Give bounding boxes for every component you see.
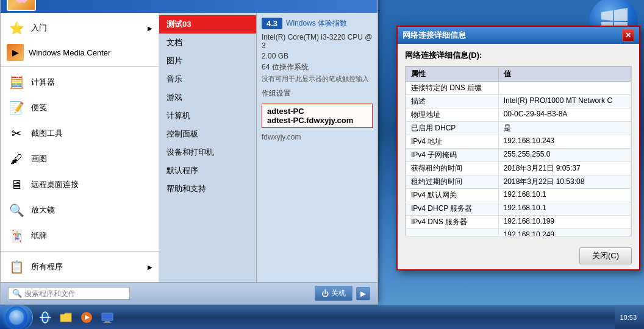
solitaire-label: 纸牌 bbox=[31, 230, 47, 241]
note-label: 便笺 bbox=[31, 102, 47, 113]
value-cell: 192.168.10.249 bbox=[498, 229, 631, 237]
value-cell: 255.255.255.0 bbox=[498, 149, 631, 162]
shutdown-button[interactable]: ⏻ 关机 bbox=[315, 286, 352, 301]
middle-item-devices[interactable]: 设备和打印机 bbox=[159, 143, 256, 161]
menu-item-calc[interactable]: 🧮 计算器 bbox=[1, 69, 159, 95]
rdp-label: 远程桌面连接 bbox=[31, 179, 79, 190]
value-cell: 192.168.10.1 bbox=[498, 202, 631, 216]
desktop: 🌸 ⭐ 入门 ▶ ▶ Windows Media Center bbox=[0, 0, 644, 329]
middle-item-pic[interactable]: 图片 bbox=[159, 52, 256, 70]
menu-item-magnifier[interactable]: 🔍 放大镜 bbox=[1, 197, 159, 223]
menu-item-note[interactable]: 📝 便笺 bbox=[1, 95, 159, 121]
col-property: 属性 bbox=[406, 67, 499, 82]
table-row: IPv4 地址192.168.10.243 bbox=[406, 135, 631, 149]
solitaire-icon: 🃏 bbox=[7, 226, 26, 246]
property-cell: IPv4 DNS 服务器 bbox=[406, 216, 499, 229]
dialog-subtitle: 网络连接详细信息(D): bbox=[405, 50, 632, 61]
property-cell: IPv4 DHCP 服务器 bbox=[406, 202, 499, 216]
start-menu-panel: 4.3 Windows 体验指数 Intel(R) Core(TM) i3-32… bbox=[257, 13, 377, 282]
middle-item-user[interactable]: 测试03 bbox=[159, 15, 256, 34]
col-value: 值 bbox=[498, 67, 631, 82]
shutdown-arrow-button[interactable]: ▶ bbox=[356, 287, 370, 300]
wmc-icon: ▶ bbox=[7, 44, 24, 61]
cpu-info: Intel(R) Core(TM) i3-3220 CPU @ 3 bbox=[262, 33, 373, 50]
property-cell: IPv4 子网掩码 bbox=[406, 149, 499, 162]
table-row: 获得租约的时间2018年3月21日 9:05:37 bbox=[406, 162, 631, 175]
taskbar-right: 10:53 bbox=[615, 305, 644, 329]
middle-item-games[interactable]: 游戏 bbox=[159, 88, 256, 107]
dialog-titlebar: 网络连接详细信息 ✕ bbox=[398, 27, 639, 44]
taskbar-folder[interactable] bbox=[56, 308, 76, 327]
search-bar[interactable]: 🔍 bbox=[8, 287, 130, 300]
value-cell: 2018年3月21日 9:05:37 bbox=[498, 162, 631, 175]
svg-rect-8 bbox=[102, 313, 113, 320]
dialog-title: 网络连接详细信息 bbox=[402, 30, 466, 41]
games-label: 游戏 bbox=[166, 92, 182, 103]
network-dialog: 网络连接详细信息 ✕ 网络连接详细信息(D): 属性 值 连接特定的 DNS 后… bbox=[396, 26, 640, 271]
arrow-icon: ▶ bbox=[148, 25, 152, 32]
table-row: IPv4 子网掩码255.255.255.0 bbox=[406, 149, 631, 162]
start-menu-bottom: 🔍 ⏻ 关机 ▶ bbox=[1, 282, 377, 304]
dialog-close-button[interactable]: 关闭(C) bbox=[579, 247, 632, 264]
menu-item-paint[interactable]: 🖌 画图 bbox=[1, 146, 159, 172]
property-cell: 连接特定的 DNS 后缀 bbox=[406, 82, 499, 95]
computer-name-box: adtest-PC adtest-PC.fdwxyjy.com bbox=[262, 104, 373, 128]
start-menu: 🌸 ⭐ 入门 ▶ ▶ Windows Media Center bbox=[0, 0, 378, 305]
paint-icon: 🖌 bbox=[7, 149, 26, 169]
property-cell: IPv4 地址 bbox=[406, 135, 499, 149]
middle-item-control[interactable]: 控制面板 bbox=[159, 125, 256, 143]
shutdown-label: 关机 bbox=[331, 288, 346, 299]
table-row: 已启用 DHCP是 bbox=[406, 122, 631, 135]
score-badge: 4.3 bbox=[262, 18, 282, 29]
property-cell: 物理地址 bbox=[406, 108, 499, 122]
value-cell: 00-0C-29-94-B3-8A bbox=[498, 108, 631, 122]
search-input[interactable] bbox=[24, 289, 126, 298]
start-menu-left: ⭐ 入门 ▶ ▶ Windows Media Center 🧮 计算器 📝 便笺 bbox=[1, 13, 159, 282]
separator-2 bbox=[1, 251, 159, 252]
value-cell: Intel(R) PRO/1000 MT Network C bbox=[498, 95, 631, 108]
table-row: IPv4 默认网关192.168.10.1 bbox=[406, 189, 631, 202]
menu-item-rumen[interactable]: ⭐ 入门 ▶ bbox=[1, 15, 159, 41]
taskbar-media[interactable] bbox=[77, 308, 96, 327]
rdp-icon: 🖥 bbox=[7, 175, 26, 194]
taskbar-remote[interactable] bbox=[98, 308, 117, 327]
dialog-close-icon[interactable]: ✕ bbox=[622, 29, 634, 41]
middle-item-music[interactable]: 音乐 bbox=[159, 70, 256, 88]
table-row: 连接特定的 DNS 后缀 bbox=[406, 82, 631, 95]
separator-1 bbox=[1, 66, 159, 67]
value-cell: 192.168.10.243 bbox=[498, 135, 631, 149]
table-row: 描述Intel(R) PRO/1000 MT Network C bbox=[406, 95, 631, 108]
menu-item-wmc[interactable]: ▶ Windows Media Center bbox=[1, 41, 159, 64]
pic-label: 图片 bbox=[166, 55, 182, 66]
value-cell: 是 bbox=[498, 122, 631, 135]
shutdown-area: ⏻ 关机 ▶ bbox=[315, 286, 370, 301]
value-cell: 192.168.10.199 bbox=[498, 216, 631, 229]
user-avatar: 🌸 bbox=[7, 0, 36, 11]
taskbar-clock: 10:53 bbox=[615, 314, 642, 321]
property-cell: 租约过期的时间 bbox=[406, 175, 499, 189]
middle-item-computer[interactable]: 计算机 bbox=[159, 107, 256, 125]
music-label: 音乐 bbox=[166, 74, 182, 85]
middle-item-help[interactable]: 帮助和支持 bbox=[159, 180, 256, 198]
taskbar-ie[interactable] bbox=[35, 308, 55, 327]
menu-item-allprograms[interactable]: 📋 所有程序 ▶ bbox=[1, 254, 159, 280]
svg-rect-10 bbox=[104, 322, 111, 323]
allprograms-label: 所有程序 bbox=[31, 261, 63, 272]
os-info: 64 位操作系统 bbox=[262, 62, 373, 73]
menu-item-solitaire[interactable]: 🃏 纸牌 bbox=[1, 223, 159, 249]
magnifier-label: 放大镜 bbox=[31, 205, 55, 216]
menu-item-rdp[interactable]: 🖥 远程桌面连接 bbox=[1, 172, 159, 197]
no-pen-info: 没有可用于此显示器的笔或触控输入 bbox=[262, 74, 373, 83]
snip-label: 截图工具 bbox=[31, 128, 63, 139]
detail-table-container[interactable]: 属性 值 连接特定的 DNS 后缀描述Intel(R) PRO/1000 MT … bbox=[405, 66, 632, 236]
property-cell: IPv4 默认网关 bbox=[406, 189, 499, 202]
menu-item-snip[interactable]: ✂ 截图工具 bbox=[1, 121, 159, 146]
middle-item-default[interactable]: 默认程序 bbox=[159, 161, 256, 180]
start-menu-header: 🌸 bbox=[1, 0, 377, 13]
start-orb bbox=[5, 306, 27, 328]
middle-item-doc[interactable]: 文档 bbox=[159, 34, 256, 52]
property-cell: 已启用 DHCP bbox=[406, 122, 499, 135]
start-button[interactable] bbox=[0, 305, 33, 330]
default-label: 默认程序 bbox=[166, 165, 198, 176]
value-cell: 192.168.10.1 bbox=[498, 189, 631, 202]
